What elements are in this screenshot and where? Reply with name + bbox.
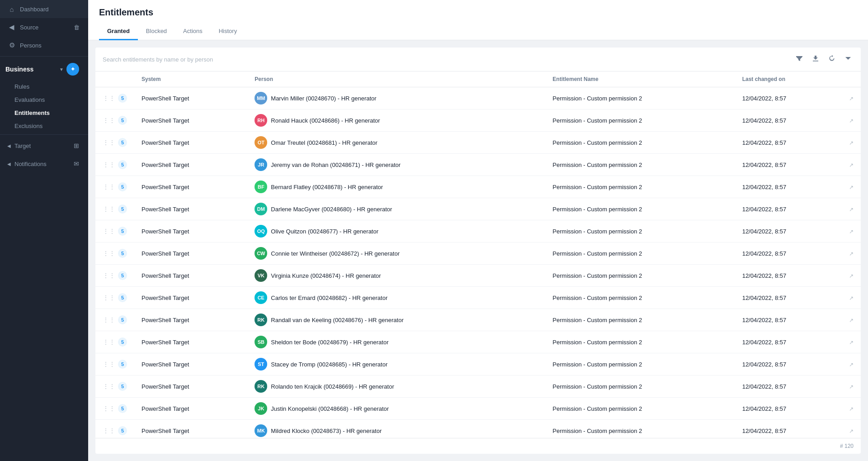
external-link-icon[interactable]: ↗	[849, 206, 854, 213]
sidebar-sub-item-entitlements[interactable]: Entitlements	[0, 106, 88, 119]
sidebar-item-notifications[interactable]: ◀ Notifications ✉	[0, 155, 88, 173]
refresh-button[interactable]	[826, 53, 837, 66]
tab-bar: Granted Blocked Actions History	[99, 23, 857, 40]
sidebar-item-business[interactable]: Business ▼ ✦	[0, 58, 88, 80]
avatar: CE	[255, 291, 267, 304]
changed-cell: 12/04/2022, 8:57	[735, 398, 842, 420]
main-header: Entitlements Granted Blocked Actions His…	[88, 0, 868, 40]
table-scroll[interactable]: System Person Entitlement Name Last chan…	[95, 71, 861, 438]
drag-handle-icon: ⋮⋮	[103, 250, 115, 257]
drag-handle-icon: ⋮⋮	[103, 383, 115, 390]
external-link-icon[interactable]: ↗	[849, 162, 854, 168]
tab-history[interactable]: History	[211, 23, 245, 40]
row-controls: ⋮⋮ 5	[95, 420, 134, 438]
external-link-icon[interactable]: ↗	[849, 140, 854, 146]
changed-cell: 12/04/2022, 8:57	[735, 265, 842, 287]
link-cell: ↗	[842, 353, 861, 375]
col-controls	[95, 71, 134, 87]
external-link-icon[interactable]: ↗	[849, 406, 854, 412]
person-name: Sheldon ter Bode (00248679) - HR generat…	[271, 339, 388, 346]
sidebar-sub-item-exclusions[interactable]: Exclusions	[0, 119, 88, 133]
person-name: Mildred Klocko (00248673) - HR generator	[271, 428, 382, 434]
external-link-icon[interactable]: ↗	[849, 384, 854, 390]
link-cell: ↗	[842, 287, 861, 309]
main-content: Entitlements Granted Blocked Actions His…	[88, 0, 868, 461]
changed-cell: 12/04/2022, 8:57	[735, 176, 842, 198]
avatar: OQ	[255, 225, 267, 238]
drag-handle-icon: ⋮⋮	[103, 117, 115, 124]
row-controls: ⋮⋮ 5	[95, 398, 134, 420]
badge-count: 5	[118, 271, 127, 280]
avatar: JR	[255, 158, 267, 171]
toolbar-actions	[794, 53, 854, 66]
person-name: Randall van de Keeling (00248676) - HR g…	[271, 317, 403, 323]
row-controls: ⋮⋮ 5	[95, 375, 134, 398]
link-cell: ↗	[842, 220, 861, 242]
target-label: Target	[14, 143, 31, 149]
external-link-icon[interactable]: ↗	[849, 428, 854, 434]
changed-cell: 12/04/2022, 8:57	[735, 242, 842, 265]
col-changed: Last changed on	[735, 71, 842, 87]
tab-granted[interactable]: Granted	[99, 23, 138, 40]
download-button[interactable]	[810, 53, 821, 66]
external-link-icon[interactable]: ↗	[849, 273, 854, 279]
table-row: ⋮⋮ 5 PowerShell Target OQ Olive Quitzon …	[95, 220, 861, 242]
external-link-icon[interactable]: ↗	[849, 295, 854, 301]
tab-blocked[interactable]: Blocked	[138, 23, 175, 40]
sidebar-item-target[interactable]: ◀ Target ⊞	[0, 137, 88, 155]
avatar: ST	[255, 358, 267, 371]
person-cell: OQ Olive Quitzon (00248677) - HR generat…	[247, 220, 545, 242]
notifications-label: Notifications	[14, 161, 47, 167]
sidebar-label-source: Source	[20, 24, 38, 31]
avatar: RK	[255, 380, 267, 393]
changed-cell: 12/04/2022, 8:57	[735, 287, 842, 309]
external-link-icon[interactable]: ↗	[849, 317, 854, 323]
changed-cell: 12/04/2022, 8:57	[735, 375, 842, 398]
person-cell: DM Darlene MacGyver (00248680) - HR gene…	[247, 198, 545, 220]
sidebar-item-dashboard[interactable]: ⌂ Dashboard	[0, 0, 88, 18]
external-link-icon[interactable]: ↗	[849, 118, 854, 124]
external-link-icon[interactable]: ↗	[849, 228, 854, 235]
system-cell: PowerShell Target	[134, 132, 247, 154]
system-cell: PowerShell Target	[134, 287, 247, 309]
person-cell: CW Connie ter Wintheiser (00248672) - HR…	[247, 242, 545, 265]
filter-button[interactable]	[794, 53, 805, 66]
sidebar-sub-item-evaluations[interactable]: Evaluations	[0, 93, 88, 106]
drag-handle-icon: ⋮⋮	[103, 427, 115, 434]
sidebar-item-persons[interactable]: ⚙ Persons	[0, 36, 88, 54]
changed-cell: 12/04/2022, 8:57	[735, 309, 842, 331]
external-link-icon[interactable]: ↗	[849, 339, 854, 346]
sidebar-item-source[interactable]: ◀ Source 🗑	[0, 18, 88, 36]
system-cell: PowerShell Target	[134, 398, 247, 420]
person-cell: JR Jeremy van de Rohan (00248671) - HR g…	[247, 154, 545, 176]
table-row: ⋮⋮ 5 PowerShell Target DM Darlene MacGyv…	[95, 198, 861, 220]
person-name: Darlene MacGyver (00248680) - HR generat…	[271, 206, 392, 213]
entitlement-cell: Permission - Custom permission 2	[545, 375, 735, 398]
external-link-icon[interactable]: ↗	[849, 251, 854, 257]
table-row: ⋮⋮ 5 PowerShell Target JK Justin Konopel…	[95, 398, 861, 420]
drag-handle-icon: ⋮⋮	[103, 405, 115, 412]
entitlement-cell: Permission - Custom permission 2	[545, 132, 735, 154]
external-link-icon[interactable]: ↗	[849, 95, 854, 102]
changed-cell: 12/04/2022, 8:57	[735, 220, 842, 242]
external-link-icon[interactable]: ↗	[849, 184, 854, 190]
badge-count: 5	[118, 426, 127, 435]
link-cell: ↗	[842, 198, 861, 220]
page-title: Entitlements	[99, 7, 857, 18]
person-cell: BF Bernard Flatley (00248678) - HR gener…	[247, 176, 545, 198]
business-avatar: ✦	[66, 63, 79, 76]
sidebar-sub-item-rules[interactable]: Rules	[0, 80, 88, 93]
avatar: VK	[255, 269, 267, 282]
table-header-row: System Person Entitlement Name Last chan…	[95, 71, 861, 87]
search-input[interactable]	[103, 56, 261, 63]
entitlement-cell: Permission - Custom permission 2	[545, 353, 735, 375]
external-link-icon[interactable]: ↗	[849, 361, 854, 368]
chevron-left-icon-3: ◀	[7, 162, 11, 166]
person-cell: RK Randall van de Keeling (00248676) - H…	[247, 309, 545, 331]
tab-actions[interactable]: Actions	[175, 23, 211, 40]
changed-cell: 12/04/2022, 8:57	[735, 87, 842, 109]
badge-count: 5	[118, 227, 127, 236]
table-toolbar	[95, 48, 861, 71]
system-cell: PowerShell Target	[134, 198, 247, 220]
expand-button[interactable]	[843, 53, 854, 66]
